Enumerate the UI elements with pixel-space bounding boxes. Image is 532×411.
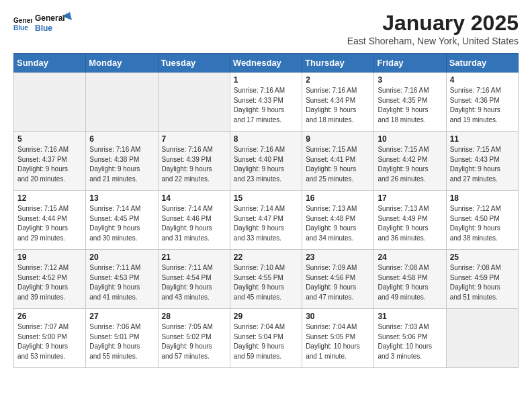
svg-text:Blue: Blue (35, 24, 52, 33)
logo: General Blue General Blue (13, 11, 75, 38)
day-info: Sunrise: 7:10 AM Sunset: 4:55 PM Dayligh… (234, 263, 298, 302)
calendar-cell: 10Sunrise: 7:15 AM Sunset: 4:42 PM Dayli… (374, 132, 446, 191)
weekday-header-friday: Friday (374, 54, 446, 73)
day-number: 13 (89, 193, 154, 203)
day-info: Sunrise: 7:16 AM Sunset: 4:39 PM Dayligh… (162, 145, 226, 184)
calendar-cell: 15Sunrise: 7:14 AM Sunset: 4:47 PM Dayli… (230, 191, 302, 250)
week-row-3: 12Sunrise: 7:15 AM Sunset: 4:44 PM Dayli… (14, 191, 519, 250)
day-number: 23 (306, 253, 370, 262)
day-info: Sunrise: 7:12 AM Sunset: 4:52 PM Dayligh… (17, 263, 82, 302)
calendar-table: SundayMondayTuesdayWednesdayThursdayFrid… (13, 53, 519, 368)
calendar-cell: 13Sunrise: 7:14 AM Sunset: 4:45 PM Dayli… (86, 191, 158, 250)
weekday-header-saturday: Saturday (446, 54, 518, 73)
weekday-header-tuesday: Tuesday (158, 54, 230, 73)
calendar-cell: 6Sunrise: 7:16 AM Sunset: 4:38 PM Daylig… (86, 132, 158, 191)
logo-icon: General Blue (13, 15, 32, 34)
day-info: Sunrise: 7:14 AM Sunset: 4:46 PM Dayligh… (162, 204, 226, 243)
day-number: 2 (306, 75, 370, 85)
calendar-cell: 21Sunrise: 7:11 AM Sunset: 4:54 PM Dayli… (158, 250, 230, 309)
calendar-cell: 24Sunrise: 7:08 AM Sunset: 4:58 PM Dayli… (374, 250, 446, 309)
day-number: 28 (162, 312, 226, 321)
calendar-cell: 16Sunrise: 7:13 AM Sunset: 4:48 PM Dayli… (302, 191, 374, 250)
page-header: General Blue General Blue January 2025 E… (13, 11, 519, 46)
day-number: 15 (234, 193, 298, 203)
calendar-cell: 8Sunrise: 7:16 AM Sunset: 4:40 PM Daylig… (230, 132, 302, 191)
day-info: Sunrise: 7:14 AM Sunset: 4:47 PM Dayligh… (234, 204, 298, 243)
calendar-cell: 14Sunrise: 7:14 AM Sunset: 4:46 PM Dayli… (158, 191, 230, 250)
day-info: Sunrise: 7:16 AM Sunset: 4:34 PM Dayligh… (306, 86, 370, 125)
calendar-cell: 9Sunrise: 7:15 AM Sunset: 4:41 PM Daylig… (302, 132, 374, 191)
svg-text:Blue: Blue (13, 24, 28, 32)
day-number: 31 (378, 312, 442, 321)
day-number: 7 (162, 134, 226, 144)
day-info: Sunrise: 7:04 AM Sunset: 5:05 PM Dayligh… (306, 322, 370, 361)
day-number: 25 (450, 253, 515, 262)
day-info: Sunrise: 7:03 AM Sunset: 5:06 PM Dayligh… (378, 322, 442, 361)
calendar-cell: 26Sunrise: 7:07 AM Sunset: 5:00 PM Dayli… (14, 309, 86, 368)
calendar-cell (86, 73, 158, 132)
week-row-2: 5Sunrise: 7:16 AM Sunset: 4:37 PM Daylig… (14, 132, 519, 191)
day-number: 26 (17, 312, 82, 321)
day-number: 27 (89, 312, 154, 321)
day-number: 30 (306, 312, 370, 321)
day-number: 18 (450, 193, 515, 203)
day-number: 11 (450, 134, 515, 144)
day-number: 24 (378, 253, 442, 262)
calendar-cell: 5Sunrise: 7:16 AM Sunset: 4:37 PM Daylig… (14, 132, 86, 191)
day-info: Sunrise: 7:16 AM Sunset: 4:38 PM Dayligh… (89, 145, 154, 184)
day-info: Sunrise: 7:07 AM Sunset: 5:00 PM Dayligh… (17, 322, 82, 361)
day-number: 10 (378, 134, 442, 144)
calendar-cell: 19Sunrise: 7:12 AM Sunset: 4:52 PM Dayli… (14, 250, 86, 309)
day-info: Sunrise: 7:13 AM Sunset: 4:49 PM Dayligh… (378, 204, 442, 243)
day-info: Sunrise: 7:15 AM Sunset: 4:44 PM Dayligh… (17, 204, 82, 243)
day-info: Sunrise: 7:14 AM Sunset: 4:45 PM Dayligh… (89, 204, 154, 243)
day-info: Sunrise: 7:16 AM Sunset: 4:37 PM Dayligh… (17, 145, 82, 184)
day-number: 20 (89, 253, 154, 262)
calendar-cell: 31Sunrise: 7:03 AM Sunset: 5:06 PM Dayli… (374, 309, 446, 368)
svg-text:General: General (35, 13, 65, 23)
calendar-cell: 30Sunrise: 7:04 AM Sunset: 5:05 PM Dayli… (302, 309, 374, 368)
day-number: 9 (306, 134, 370, 144)
calendar-cell: 11Sunrise: 7:15 AM Sunset: 4:43 PM Dayli… (446, 132, 518, 191)
day-number: 29 (234, 312, 298, 321)
day-number: 14 (162, 193, 226, 203)
calendar-cell: 27Sunrise: 7:06 AM Sunset: 5:01 PM Dayli… (86, 309, 158, 368)
calendar-cell: 7Sunrise: 7:16 AM Sunset: 4:39 PM Daylig… (158, 132, 230, 191)
logo-graphic: General Blue (35, 11, 75, 35)
day-number: 16 (306, 193, 370, 203)
day-info: Sunrise: 7:16 AM Sunset: 4:40 PM Dayligh… (234, 145, 298, 184)
week-row-4: 19Sunrise: 7:12 AM Sunset: 4:52 PM Dayli… (14, 250, 519, 309)
month-title: January 2025 (347, 11, 519, 36)
calendar-cell: 3Sunrise: 7:16 AM Sunset: 4:35 PM Daylig… (374, 73, 446, 132)
day-info: Sunrise: 7:15 AM Sunset: 4:42 PM Dayligh… (378, 145, 442, 184)
weekday-header-wednesday: Wednesday (230, 54, 302, 73)
day-info: Sunrise: 7:08 AM Sunset: 4:58 PM Dayligh… (378, 263, 442, 302)
day-info: Sunrise: 7:13 AM Sunset: 4:48 PM Dayligh… (306, 204, 370, 243)
calendar-cell: 25Sunrise: 7:08 AM Sunset: 4:59 PM Dayli… (446, 250, 518, 309)
weekday-header-row: SundayMondayTuesdayWednesdayThursdayFrid… (14, 54, 519, 73)
day-number: 6 (89, 134, 154, 144)
day-number: 19 (17, 253, 82, 262)
day-info: Sunrise: 7:12 AM Sunset: 4:50 PM Dayligh… (450, 204, 515, 243)
day-number: 22 (234, 253, 298, 262)
day-info: Sunrise: 7:16 AM Sunset: 4:35 PM Dayligh… (378, 86, 442, 125)
calendar-cell: 28Sunrise: 7:05 AM Sunset: 5:02 PM Dayli… (158, 309, 230, 368)
calendar-cell: 18Sunrise: 7:12 AM Sunset: 4:50 PM Dayli… (446, 191, 518, 250)
calendar-cell: 1Sunrise: 7:16 AM Sunset: 4:33 PM Daylig… (230, 73, 302, 132)
title-block: January 2025 East Shoreham, New York, Un… (347, 11, 519, 46)
day-info: Sunrise: 7:16 AM Sunset: 4:33 PM Dayligh… (234, 86, 298, 125)
calendar-cell: 23Sunrise: 7:09 AM Sunset: 4:56 PM Dayli… (302, 250, 374, 309)
calendar-cell: 12Sunrise: 7:15 AM Sunset: 4:44 PM Dayli… (14, 191, 86, 250)
calendar-cell: 29Sunrise: 7:04 AM Sunset: 5:04 PM Dayli… (230, 309, 302, 368)
day-info: Sunrise: 7:15 AM Sunset: 4:41 PM Dayligh… (306, 145, 370, 184)
svg-text:General: General (13, 17, 32, 24)
calendar-cell (446, 309, 518, 368)
calendar-cell: 20Sunrise: 7:11 AM Sunset: 4:53 PM Dayli… (86, 250, 158, 309)
day-number: 17 (378, 193, 442, 203)
day-number: 4 (450, 75, 515, 85)
calendar-cell (14, 73, 86, 132)
day-info: Sunrise: 7:04 AM Sunset: 5:04 PM Dayligh… (234, 322, 298, 361)
day-number: 1 (234, 75, 298, 85)
week-row-1: 1Sunrise: 7:16 AM Sunset: 4:33 PM Daylig… (14, 73, 519, 132)
week-row-5: 26Sunrise: 7:07 AM Sunset: 5:00 PM Dayli… (14, 309, 519, 368)
